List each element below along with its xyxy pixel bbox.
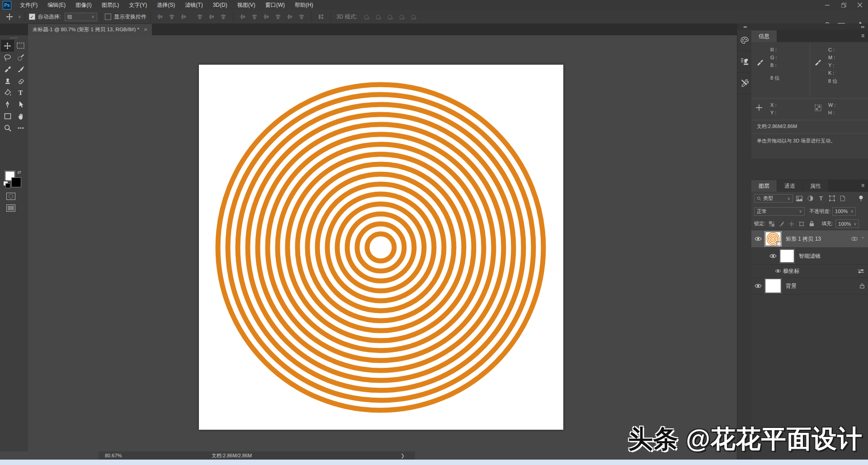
menu-item[interactable]: 图像(I) (71, 0, 96, 10)
filtering-toggle-icon[interactable] (856, 195, 865, 202)
distribute-right-icon[interactable] (297, 12, 307, 21)
distribute-left-icon[interactable] (273, 12, 283, 21)
tab-channels[interactable]: 通道 (777, 180, 802, 192)
align-left-edges-icon[interactable] (195, 12, 205, 21)
visibility-eye-icon[interactable] (766, 253, 780, 259)
align-vertical-centers-icon[interactable] (167, 12, 177, 21)
expand-panels-icon[interactable]: ◂◂ (737, 24, 752, 30)
visibility-eye-icon[interactable] (773, 269, 783, 273)
zoom-level-field[interactable]: 80.67% (105, 453, 195, 458)
screen-mode-icon[interactable] (6, 204, 15, 214)
menu-item[interactable]: 滤镜(T) (180, 0, 208, 10)
visibility-eye-icon[interactable] (751, 236, 765, 242)
menu-item[interactable]: 视图(V) (232, 0, 260, 10)
marquee-tool[interactable] (14, 40, 27, 52)
status-options-chevron-icon[interactable]: ❯ (401, 453, 405, 459)
visibility-eye-icon[interactable] (751, 283, 765, 289)
layer-row-rectangle-copy[interactable]: 矩形 1 拷贝 13 ⌃ (751, 230, 868, 248)
path-selection-tool[interactable] (14, 99, 27, 110)
menu-item[interactable]: 窗口(W) (260, 0, 290, 10)
zoom-tool[interactable] (1, 122, 14, 134)
menu-item[interactable]: 文件(F) (15, 0, 42, 10)
align-bottom-edges-icon[interactable] (179, 12, 189, 21)
menu-item[interactable]: 帮助(H) (290, 0, 318, 10)
layer-row-polar-coordinates[interactable]: 极坐标 (751, 265, 868, 278)
panel-menu-icon[interactable]: ≡ (861, 183, 864, 188)
align-top-edges-icon[interactable] (155, 12, 165, 21)
distribute-bottom-icon[interactable] (261, 12, 271, 21)
layer-thumbnail[interactable] (765, 279, 781, 293)
menu-item[interactable]: 文字(Y) (124, 0, 152, 10)
menu-item[interactable]: 编辑(E) (42, 0, 71, 10)
more-tools-tool[interactable] (14, 122, 27, 134)
lock-position-icon[interactable] (788, 221, 795, 227)
3d-slide-icon[interactable] (397, 12, 407, 21)
quick-mask-icon[interactable] (6, 193, 15, 202)
layer-row-background[interactable]: 背景 (751, 278, 868, 294)
panel-grip[interactable]: ▪▪▪▪▪ (0, 35, 28, 40)
filter-adjustment-layers-icon[interactable] (806, 195, 815, 201)
opacity-value[interactable]: 100%∨ (832, 207, 856, 216)
filter-smart-objects-icon[interactable] (838, 195, 847, 201)
swap-colors-icon[interactable]: ⇄ (17, 170, 21, 175)
clone-stamp-tool[interactable] (1, 75, 14, 87)
align-right-edges-icon[interactable] (218, 12, 228, 21)
lock-pixels-icon[interactable] (778, 221, 785, 227)
paint-bucket-tool[interactable] (1, 87, 14, 99)
canvas-pasteboard[interactable] (28, 35, 737, 451)
distribute-vcenter-icon[interactable] (250, 12, 259, 21)
auto-select-checkbox[interactable]: ✓ (29, 14, 35, 20)
lasso-tool[interactable] (1, 52, 14, 63)
move-tool-icon[interactable] (5, 12, 14, 21)
restore-icon[interactable] (835, 0, 852, 10)
auto-select-dropdown[interactable]: 组∨ (65, 13, 97, 21)
eraser-tool[interactable] (14, 75, 27, 87)
tab-properties[interactable]: 属性 (803, 180, 828, 192)
filter-blending-options-icon[interactable] (858, 269, 864, 274)
pen-tool[interactable] (1, 99, 14, 110)
blend-mode-dropdown[interactable]: 正常∨ (754, 207, 805, 216)
minimize-icon[interactable] (819, 0, 835, 10)
show-transform-checkbox[interactable] (105, 14, 111, 20)
tab-layers[interactable]: 图层 (751, 180, 777, 192)
lock-transparency-icon[interactable] (768, 221, 775, 227)
collapse-smart-filters-icon[interactable]: ⌃ (861, 237, 864, 241)
filter-type-layers-icon[interactable]: T (816, 195, 826, 202)
eyedropper-tool[interactable] (1, 63, 14, 75)
smart-filters-icon[interactable] (851, 236, 858, 242)
document-canvas[interactable] (199, 65, 563, 430)
layer-row-smart-filters[interactable]: 智能滤镜 (751, 248, 868, 265)
distribute-spacing-icon[interactable] (316, 12, 326, 21)
filter-pixel-layers-icon[interactable] (795, 196, 804, 201)
close-icon[interactable] (852, 0, 868, 10)
clone-source-panel-icon[interactable] (737, 51, 752, 72)
tab-info[interactable]: 信息 (751, 30, 777, 42)
distribute-top-icon[interactable] (238, 12, 248, 21)
type-tool[interactable]: T (14, 87, 27, 99)
rectangle-tool[interactable] (1, 110, 14, 122)
chevron-down-icon[interactable]: ∨ (18, 14, 21, 19)
brush-tool[interactable] (14, 63, 27, 75)
close-tab-icon[interactable]: ✕ (144, 27, 147, 32)
align-horizontal-centers-icon[interactable] (207, 12, 217, 21)
3d-orbit-icon[interactable] (362, 12, 372, 21)
fill-value[interactable]: 100%∨ (835, 219, 859, 228)
document-tab[interactable]: 未标题-1 @ 80.7% (矩形 1 拷贝 13, RGB/8#) * ✕ (28, 24, 152, 35)
menu-item[interactable]: 3D(D) (208, 0, 232, 10)
3d-camera-icon[interactable] (409, 12, 419, 21)
lock-artboard-icon[interactable] (798, 221, 805, 227)
3d-roll-icon[interactable] (373, 12, 383, 21)
distribute-hcenter-icon[interactable] (285, 12, 295, 21)
filter-shape-layers-icon[interactable] (827, 195, 836, 201)
3d-pan-icon[interactable] (385, 12, 395, 21)
panel-menu-icon[interactable]: ≡ (861, 33, 864, 38)
layer-thumbnail[interactable] (765, 232, 781, 246)
menu-item[interactable]: 图层(L) (97, 0, 124, 10)
layer-filter-dropdown[interactable]: 类型 ∨ (754, 194, 793, 203)
color-panel-icon[interactable] (737, 30, 752, 51)
filter-mask-thumbnail[interactable] (780, 249, 794, 263)
menu-item[interactable]: 选择(S) (152, 0, 180, 10)
collapse-panels-icon[interactable]: ▸▸ (751, 24, 868, 30)
lock-all-icon[interactable] (808, 221, 815, 227)
background-color-swatch[interactable] (11, 177, 21, 187)
